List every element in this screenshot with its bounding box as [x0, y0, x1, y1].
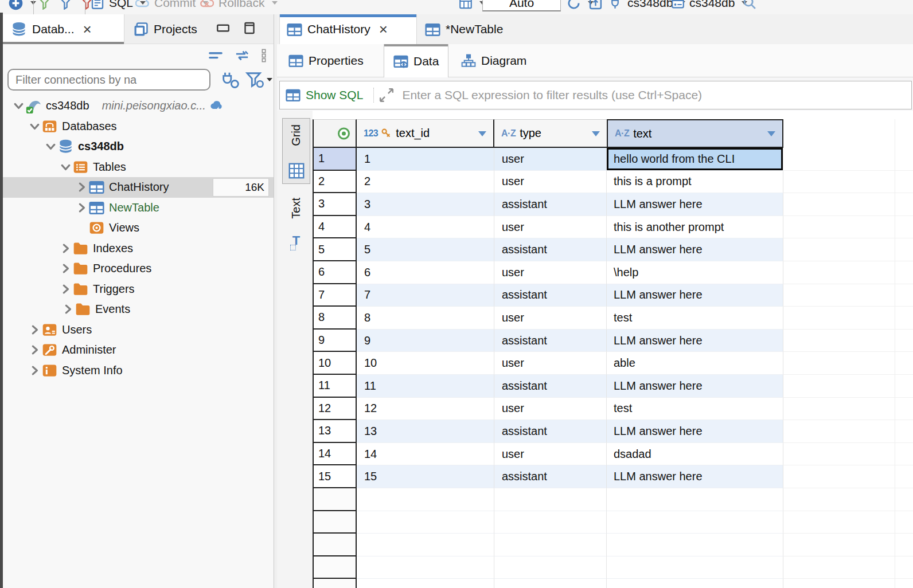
- column-menu-icon[interactable]: [592, 131, 600, 136]
- cell[interactable]: user: [494, 261, 607, 284]
- tree-item-indexes[interactable]: Indexes: [3, 238, 274, 259]
- cell[interactable]: assistant: [494, 193, 607, 216]
- cell[interactable]: user: [494, 307, 607, 330]
- active-schema-selector[interactable]: cs348db: [671, 0, 747, 14]
- cell[interactable]: 4: [357, 216, 494, 239]
- cell[interactable]: able: [607, 352, 783, 375]
- tree-item-procedures[interactable]: Procedures: [3, 258, 274, 279]
- connect-plug-icon[interactable]: [220, 71, 239, 88]
- cell[interactable]: user: [494, 171, 607, 194]
- cell[interactable]: test: [607, 307, 783, 330]
- cell[interactable]: user: [494, 216, 607, 239]
- chevron-expanded-icon[interactable]: [58, 159, 73, 174]
- tab-grid-presentation[interactable]: Grid: [282, 118, 310, 184]
- cell[interactable]: 3: [357, 193, 494, 216]
- cell[interactable]: test: [607, 398, 783, 421]
- cell[interactable]: [607, 579, 783, 588]
- cell[interactable]: [494, 488, 607, 511]
- minimize-icon[interactable]: [216, 21, 230, 35]
- cell[interactable]: 1: [357, 148, 494, 171]
- cell[interactable]: [494, 534, 607, 556]
- row-number[interactable]: 12: [313, 398, 357, 421]
- chevron-right-icon[interactable]: [58, 261, 73, 276]
- chevron-right-icon[interactable]: [27, 363, 42, 378]
- cell[interactable]: user: [494, 352, 607, 375]
- cell[interactable]: [607, 488, 783, 511]
- cell[interactable]: assistant: [494, 465, 607, 488]
- row-number[interactable]: 3: [313, 193, 357, 216]
- cell[interactable]: LLM answer here: [607, 375, 783, 398]
- cell[interactable]: 6: [357, 261, 494, 284]
- show-sql-button[interactable]: Show SQL: [306, 88, 363, 102]
- tree-item-views[interactable]: Views: [3, 218, 274, 238]
- tab-database-navigator[interactable]: Datab... ×: [3, 14, 124, 44]
- sql-filter-input[interactable]: [401, 88, 911, 103]
- row-number[interactable]: 1: [313, 148, 357, 171]
- cell[interactable]: LLM answer here: [607, 238, 783, 261]
- cell[interactable]: dsadad: [607, 443, 783, 466]
- filter-connections-input[interactable]: [7, 69, 210, 91]
- cell[interactable]: 9: [357, 330, 494, 352]
- cell[interactable]: 11: [357, 375, 494, 398]
- row-number[interactable]: 11: [313, 375, 357, 398]
- cell[interactable]: LLM answer here: [607, 330, 783, 352]
- tree-item-newtable[interactable]: NewTable: [3, 198, 274, 218]
- cell[interactable]: assistant: [494, 330, 607, 352]
- cell[interactable]: 12: [357, 398, 494, 421]
- chevron-expanded-icon[interactable]: [43, 139, 58, 154]
- row-number[interactable]: 6: [313, 261, 357, 284]
- cell[interactable]: this is a prompt: [607, 171, 783, 194]
- rollback-button[interactable]: Rollback: [200, 0, 278, 14]
- column-header-text-id[interactable]: 123 text_id: [357, 119, 494, 148]
- tree-item-administer[interactable]: Administer: [3, 340, 274, 360]
- cell[interactable]: [494, 511, 607, 534]
- chevron-right-icon[interactable]: [27, 343, 42, 358]
- row-number[interactable]: 13: [313, 420, 357, 443]
- cell[interactable]: [357, 534, 494, 556]
- filter-green-icon[interactable]: [38, 0, 51, 10]
- chevron-down-icon[interactable]: [267, 78, 272, 81]
- search-button[interactable]: [743, 0, 757, 14]
- row-number[interactable]: 10: [313, 352, 357, 375]
- chevron-right-icon[interactable]: [58, 281, 73, 296]
- view-menu-icon[interactable]: [261, 49, 267, 62]
- tree-item-connection-cs348db[interactable]: cs348db mini.peisongxiao.c...: [3, 96, 274, 116]
- row-number[interactable]: 5: [313, 238, 357, 261]
- cell[interactable]: [357, 579, 494, 588]
- cell[interactable]: [494, 556, 607, 579]
- close-icon[interactable]: ×: [379, 22, 388, 37]
- cell[interactable]: [494, 579, 607, 588]
- tree-item-databases[interactable]: Databases: [3, 116, 274, 137]
- filter-edit-icon[interactable]: [59, 0, 72, 10]
- row-number[interactable]: [313, 579, 357, 588]
- cell[interactable]: user: [494, 443, 607, 466]
- tree-item-database-cs348db[interactable]: cs348db: [3, 136, 274, 157]
- cell[interactable]: [357, 488, 494, 511]
- cell[interactable]: [607, 511, 783, 534]
- new-connection-button[interactable]: [8, 0, 36, 14]
- row-number[interactable]: [313, 534, 357, 556]
- cell[interactable]: 14: [357, 443, 494, 466]
- link-with-editor-icon[interactable]: [235, 49, 249, 62]
- cell[interactable]: assistant: [494, 238, 607, 261]
- tree-item-tables[interactable]: Tables: [3, 157, 274, 178]
- cell[interactable]: LLM answer here: [607, 193, 783, 216]
- cell[interactable]: assistant: [494, 284, 607, 307]
- row-number[interactable]: 15: [313, 465, 357, 488]
- column-header-type[interactable]: A·Z type: [494, 119, 607, 148]
- cell[interactable]: this is another prompt: [607, 216, 783, 239]
- commit-button[interactable]: Commit: [135, 0, 208, 14]
- cell[interactable]: user: [494, 398, 607, 421]
- cell[interactable]: 13: [357, 420, 494, 443]
- maximize-icon[interactable]: [243, 21, 256, 35]
- chevron-right-icon[interactable]: [58, 241, 73, 256]
- row-number[interactable]: [313, 556, 357, 579]
- row-number[interactable]: [313, 511, 357, 534]
- cell[interactable]: LLM answer here: [607, 465, 783, 488]
- row-number[interactable]: 2: [313, 171, 357, 194]
- row-number[interactable]: 7: [313, 284, 357, 307]
- column-menu-icon[interactable]: [478, 131, 486, 136]
- close-icon[interactable]: ×: [83, 22, 92, 37]
- tab-properties[interactable]: Properties: [279, 44, 373, 77]
- commit-mode-combobox[interactable]: Auto: [482, 0, 561, 11]
